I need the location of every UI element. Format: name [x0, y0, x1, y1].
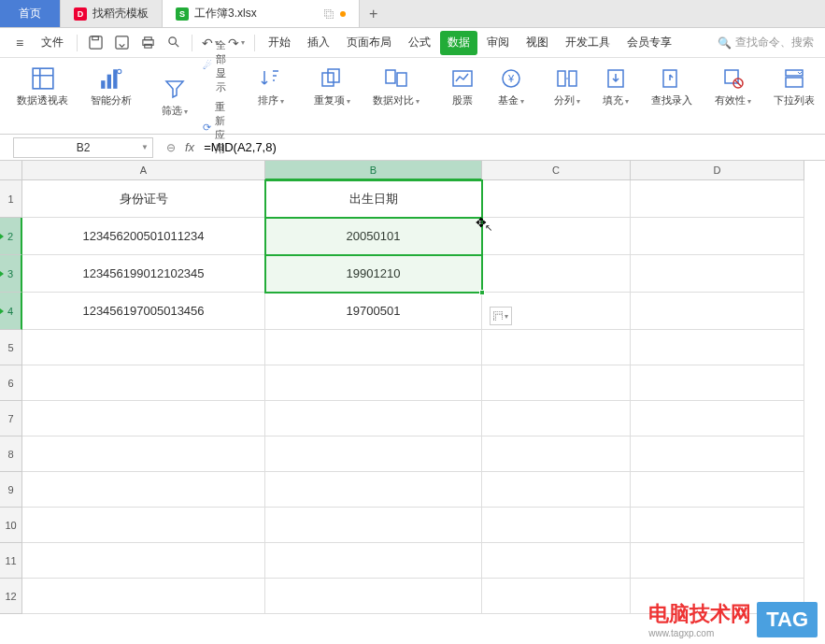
- cell-B8[interactable]: [265, 436, 482, 472]
- cell-C12[interactable]: [482, 579, 631, 614]
- cell-A10[interactable]: [22, 508, 265, 543]
- cell-A7[interactable]: [22, 401, 265, 436]
- cell-B9[interactable]: [265, 472, 482, 508]
- menu-review[interactable]: 审阅: [479, 31, 517, 55]
- fill-handle[interactable]: [479, 290, 485, 295]
- menu-data[interactable]: 数据: [440, 31, 477, 55]
- cell-D8[interactable]: [631, 436, 804, 472]
- col-header-A[interactable]: A: [22, 161, 265, 180]
- select-all-corner[interactable]: [0, 161, 22, 180]
- cell-B1[interactable]: 出生日期: [265, 180, 482, 218]
- row-header-6[interactable]: 6: [0, 365, 22, 401]
- stock-button[interactable]: 股票: [446, 64, 479, 109]
- command-search[interactable]: 🔍 查找命令、搜索: [714, 35, 818, 50]
- cell-C10[interactable]: [482, 508, 631, 543]
- cell-D4[interactable]: [631, 293, 804, 330]
- cell-A6[interactable]: [22, 365, 265, 401]
- cell-C5[interactable]: [482, 330, 631, 365]
- col-header-B[interactable]: B: [265, 161, 482, 180]
- row-header-3[interactable]: 3: [0, 255, 22, 293]
- row-header-4[interactable]: 4: [0, 293, 22, 330]
- find-input-button[interactable]: 查找录入: [647, 64, 696, 109]
- reapply-button[interactable]: ⟳重新应用: [197, 98, 232, 158]
- cell-D6[interactable]: [631, 365, 804, 401]
- cell-A11[interactable]: [22, 543, 265, 579]
- cell-A1[interactable]: 身份证号: [22, 180, 265, 218]
- dropdown-list-button[interactable]: 下拉列表: [770, 64, 818, 109]
- add-tab-button[interactable]: +: [360, 0, 388, 27]
- compare-button[interactable]: 数据对比▾: [369, 64, 423, 109]
- col-header-C[interactable]: C: [482, 161, 631, 180]
- cell-B2[interactable]: 20050101: [265, 218, 482, 255]
- cell-B11[interactable]: [265, 543, 482, 579]
- sort-button[interactable]: 排序▾: [254, 64, 288, 109]
- cell-D7[interactable]: [631, 401, 804, 436]
- cell-D3[interactable]: [631, 255, 804, 293]
- row-header-11[interactable]: 11: [0, 543, 22, 579]
- duplicates-button[interactable]: 重复项▾: [310, 64, 354, 109]
- menu-view[interactable]: 视图: [519, 31, 556, 55]
- show-all-button[interactable]: ☄全部显示: [197, 36, 232, 96]
- cell-C1[interactable]: [482, 180, 631, 218]
- tab-home[interactable]: 首页: [0, 0, 61, 27]
- app-menu-icon[interactable]: ≡: [7, 31, 32, 55]
- row-header-10[interactable]: 10: [0, 508, 22, 543]
- cell-B5[interactable]: [265, 330, 482, 365]
- filter-button[interactable]: 筛选▾: [158, 74, 192, 120]
- cell-C11[interactable]: [482, 543, 631, 579]
- menu-formula[interactable]: 公式: [401, 31, 438, 55]
- menu-insert[interactable]: 插入: [300, 31, 337, 55]
- row-header-8[interactable]: 8: [0, 436, 22, 472]
- cell-A5[interactable]: [22, 330, 265, 365]
- cell-A4[interactable]: 123456197005013456: [22, 293, 265, 330]
- tab-workbook[interactable]: S 工作簿3.xlsx ⿻: [163, 0, 360, 27]
- col-header-D[interactable]: D: [631, 161, 804, 180]
- menu-start[interactable]: 开始: [261, 31, 298, 55]
- preview-icon[interactable]: [162, 31, 186, 55]
- cell-B10[interactable]: [265, 508, 482, 543]
- cell-D1[interactable]: [631, 180, 804, 218]
- cell-C8[interactable]: [482, 436, 631, 472]
- smart-analysis-button[interactable]: 智能分析: [87, 64, 135, 109]
- split-button[interactable]: 分列▾: [550, 64, 584, 109]
- file-menu[interactable]: 文件: [34, 31, 71, 55]
- menu-layout[interactable]: 页面布局: [339, 31, 399, 55]
- row-header-7[interactable]: 7: [0, 401, 22, 436]
- fill-button[interactable]: 填充▾: [599, 64, 633, 109]
- row-header-2[interactable]: 2: [0, 218, 22, 255]
- cancel-icon[interactable]: ⊖: [166, 141, 176, 154]
- cell-A2[interactable]: 123456200501011234: [22, 218, 265, 255]
- cell-C6[interactable]: [482, 365, 631, 401]
- cell-B7[interactable]: [265, 401, 482, 436]
- pivot-button[interactable]: 数据透视表: [13, 64, 72, 109]
- cell-C7[interactable]: [482, 401, 631, 436]
- tab-screen-icon[interactable]: ⿻: [324, 8, 334, 20]
- cell-A8[interactable]: [22, 436, 265, 472]
- cell-C2[interactable]: [482, 218, 631, 255]
- fund-button[interactable]: ¥基金▾: [494, 64, 528, 109]
- cell-A9[interactable]: [22, 472, 265, 508]
- print-icon[interactable]: [135, 31, 160, 55]
- cell-D2[interactable]: [631, 218, 804, 255]
- name-box-dropdown-icon[interactable]: ▼: [141, 143, 149, 151]
- formula-input[interactable]: [204, 138, 818, 156]
- cells-area[interactable]: 身份证号出生日期12345620050101123420050101123456…: [22, 180, 804, 614]
- save-icon[interactable]: [83, 31, 107, 55]
- menu-dev[interactable]: 开发工具: [558, 31, 618, 55]
- row-header-5[interactable]: 5: [0, 330, 22, 365]
- validity-button[interactable]: 有效性▾: [711, 64, 755, 109]
- tab-templates[interactable]: D 找稻壳模板: [61, 0, 163, 27]
- fx-icon[interactable]: fx: [185, 140, 194, 154]
- cell-D9[interactable]: [631, 472, 804, 508]
- row-header-1[interactable]: 1: [0, 180, 22, 218]
- name-box[interactable]: B2 ▼: [13, 137, 153, 158]
- cell-D11[interactable]: [631, 543, 804, 579]
- spreadsheet-grid[interactable]: ABCD 123456789101112 身份证号出生日期12345620050…: [0, 161, 825, 644]
- cell-A3[interactable]: 123456199012102345: [22, 255, 265, 293]
- cell-B12[interactable]: [265, 579, 482, 614]
- cell-D10[interactable]: [631, 508, 804, 543]
- row-header-9[interactable]: 9: [0, 472, 22, 508]
- cell-B6[interactable]: [265, 365, 482, 401]
- cell-C3[interactable]: [482, 255, 631, 293]
- row-header-12[interactable]: 12: [0, 579, 22, 614]
